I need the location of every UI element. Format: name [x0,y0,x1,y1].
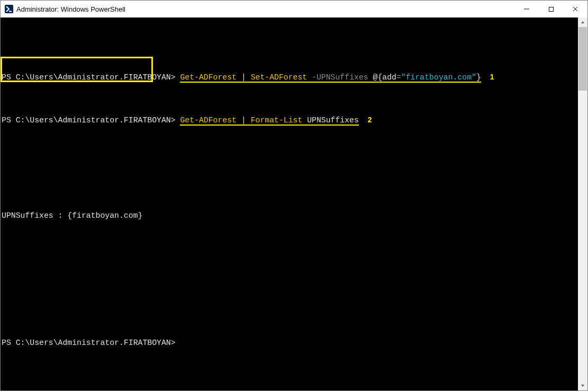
annotation-2: 2 [368,114,372,125]
cmd1-arg-close: } [476,73,481,82]
cmd1-arg-eq: = [396,73,401,82]
blank-line [2,242,577,253]
scroll-down-arrow[interactable] [578,381,587,390]
close-button[interactable] [563,1,587,17]
prompt: PS C:\Users\Administrator.FIRATBOYAN> [2,73,176,82]
client-area: PS C:\Users\Administrator.FIRATBOYAN> Ge… [1,17,587,390]
cmd2-arg: UPNSuffixes [302,116,359,125]
annotation-1: 1 [490,72,494,82]
svg-rect-3 [549,7,553,11]
cmd2-getadforest: Get-ADForest [180,116,237,125]
blank-line [2,274,577,285]
cmd1-param: -UPNSuffixes [312,73,368,82]
prompt: PS C:\Users\Administrator.FIRATBOYAN> [2,116,176,125]
pipe: | [237,116,251,125]
cmd1-arg-key: add [382,73,396,82]
maximize-button[interactable] [539,1,563,17]
scroll-thumb[interactable] [578,27,587,91]
window-controls [514,1,587,17]
cmd1-arg-open: @{ [373,73,383,82]
vertical-scrollbar[interactable] [578,17,587,390]
cmd1-arg-val: "firatboyan.com" [401,73,476,82]
cmd-line-2: PS C:\Users\Administrator.FIRATBOYAN> Ge… [2,114,577,126]
cmd2-formatlist: Format-List [251,116,303,125]
powershell-icon [5,5,13,13]
prompt: PS C:\Users\Administrator.FIRATBOYAN> [2,339,176,347]
pipe: | [237,73,251,82]
window-title: Administrator: Windows PowerShell [16,5,125,13]
blank-line [2,306,577,316]
app-window: Administrator: Windows PowerShell PS C:\… [0,0,588,391]
terminal-pane[interactable]: PS C:\Users\Administrator.FIRATBOYAN> Ge… [1,17,578,390]
title-bar[interactable]: Administrator: Windows PowerShell [1,1,587,17]
blank-line [2,147,577,157]
minimize-button[interactable] [514,1,539,17]
output-upnsuffixes: UPNSuffixes : {firatboyan.com} [2,211,142,220]
prompt-line: PS C:\Users\Administrator.FIRATBOYAN> [2,337,577,348]
blank-line [2,179,577,189]
cmd-line-1: PS C:\Users\Administrator.FIRATBOYAN> Ge… [2,72,577,83]
cmd1-setadforest: Set-ADForest [251,73,307,82]
output-line: UPNSuffixes : {firatboyan.com} [2,210,577,221]
cmd1-getadforest: Get-ADForest [180,73,237,82]
scroll-track[interactable] [578,27,587,381]
scroll-up-arrow[interactable] [578,17,587,27]
